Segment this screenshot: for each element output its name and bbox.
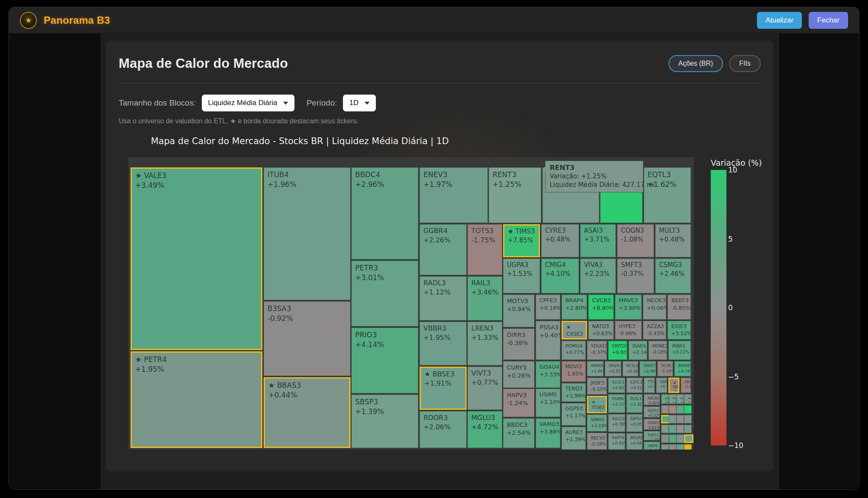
treemap-cell-egie3[interactable]: EGIE3+3.52% bbox=[668, 321, 691, 339]
treemap-cell-irbr3[interactable]: IRBR3+3.11% bbox=[668, 341, 691, 360]
treemap-cell-b3sa3[interactable]: B3SA3-0.92% bbox=[264, 301, 351, 376]
treemap-cell-yduq3[interactable]: YDUQ3-0.37% bbox=[587, 341, 607, 360]
treemap-cell[interactable] bbox=[676, 425, 684, 433]
treemap-cell-lwsa3[interactable]: LWSA3-1.44% bbox=[681, 378, 691, 393]
treemap-cell-unip6[interactable]: UNIP6+2.49% bbox=[644, 442, 660, 450]
treemap-cell-itub4[interactable]: ITUB4+1.96% bbox=[264, 167, 351, 300]
treemap-cell-bbdc3[interactable]: BBDC3+2.54% bbox=[503, 418, 534, 448]
treemap-cell-csmg3[interactable]: CSMG3+2.46% bbox=[655, 259, 691, 293]
treemap-cell[interactable] bbox=[684, 434, 693, 443]
treemap-cell-mrve3[interactable]: MRVE3+3.90% bbox=[615, 295, 642, 320]
treemap-cell-azza3[interactable]: AZZA3-0.43% bbox=[643, 321, 666, 339]
treemap-cell-hype3[interactable]: HYPE3-0.96% bbox=[615, 321, 642, 339]
treemap-cell-cxse3[interactable]: ★ CXSE3+0.38% bbox=[562, 321, 587, 339]
treemap-cell-motv3[interactable]: MOTV3+0.94% bbox=[503, 295, 534, 327]
treemap-cell-rdor3[interactable]: RDOR3+2.06% bbox=[420, 411, 467, 448]
treemap-cell-smto3[interactable]: SMTO3+9.80% bbox=[608, 341, 627, 360]
treemap-cell[interactable] bbox=[669, 434, 676, 443]
treemap-cell[interactable] bbox=[669, 425, 676, 433]
treemap-cell-lren3[interactable]: LREN3+1.33% bbox=[467, 322, 502, 365]
treemap-cell-enev3[interactable]: ENEV3+1.97% bbox=[420, 167, 488, 223]
treemap-cell-kepl3[interactable]: ★ KEPL3-1.37% bbox=[668, 378, 679, 393]
treemap-cell-cmig4[interactable]: CMIG4+4.10% bbox=[541, 259, 579, 293]
treemap-cell-grnd3[interactable]: GRND3-0.81% bbox=[644, 419, 660, 430]
treemap-cell-bbas3[interactable]: ★ BBAS3+0.44% bbox=[264, 377, 351, 448]
treemap-cell-radl3[interactable]: RADL3+1.12% bbox=[420, 276, 467, 320]
treemap-cell-rapt4[interactable]: RAPT4+0.93% bbox=[608, 433, 625, 450]
treemap-cell-tots3[interactable]: TOTS3-1.75% bbox=[467, 224, 502, 275]
treemap-cell-brsr6[interactable]: BRSR6+0.94% bbox=[626, 433, 643, 450]
treemap-cell-pomo4[interactable]: POMO4+0.77% bbox=[562, 341, 586, 360]
treemap-cell[interactable] bbox=[676, 415, 684, 423]
treemap-cell-bbdc4[interactable]: BBDC4+2.96% bbox=[351, 167, 418, 259]
treemap-cell[interactable] bbox=[684, 425, 692, 433]
treemap-cell-vamo3[interactable]: VAMO3+3.88% bbox=[536, 418, 560, 448]
treemap-cell-gmat3[interactable]: GMAT3+2.96% bbox=[640, 361, 656, 376]
treemap-cell-simh3[interactable]: SIMH3+2.19% bbox=[587, 415, 607, 431]
treemap-cell-seer3[interactable]: SEER3+0.32% bbox=[644, 406, 660, 417]
treemap-cell-brkm5[interactable]: BRKM5+4.74% bbox=[674, 361, 691, 376]
treemap-cell-ugpa3[interactable]: UGPA3+1.53% bbox=[503, 259, 540, 293]
treemap-cell-prio3[interactable]: PRIO3+4.14% bbox=[351, 328, 418, 393]
treemap-cell-ggbr4[interactable]: GGBR4+2.26% bbox=[420, 224, 467, 275]
treemap-cell-orvr3[interactable]: ORVR3+0.55% bbox=[605, 361, 621, 376]
treemap-cell-dirr3[interactable]: DIRR3-0.38% bbox=[503, 328, 534, 360]
treemap-cell-vbbr3[interactable]: VBBR3+1.95% bbox=[420, 322, 467, 365]
treemap-cell-rcsl4[interactable]: RCSL4+0.36% bbox=[623, 361, 638, 376]
treemap-cell-abcb4[interactable]: ABCB4-0.43% bbox=[644, 394, 660, 405]
treemap-cell-beef3[interactable]: BEEF3-0.85% bbox=[668, 295, 691, 320]
treemap-cell-petr3[interactable]: PETR3+3.01% bbox=[351, 261, 418, 326]
treemap-cell-mglu3[interactable]: MGLU3+4.72% bbox=[467, 411, 502, 448]
treemap-cell-slce3[interactable]: SLCE3+1.65% bbox=[608, 378, 625, 393]
refresh-button[interactable]: Atualizar bbox=[757, 12, 802, 29]
treemap-cell-aure3[interactable]: AURE3+1.39% bbox=[562, 427, 586, 450]
treemap-cell-hapv3[interactable]: HAPV3-1.24% bbox=[503, 389, 534, 417]
treemap-cell-recv3[interactable]: RECV3-0.18% bbox=[587, 433, 607, 450]
treemap-cell-pcar3[interactable]: PCAR3-1.10% bbox=[657, 361, 673, 376]
treemap-cell-cyre3[interactable]: CYRE3+0.48% bbox=[541, 224, 579, 257]
treemap-cell-neoe3[interactable]: NEOE3+0.06% bbox=[643, 295, 666, 320]
treemap-cell-brap4[interactable]: BRAP4+2.80% bbox=[562, 295, 587, 320]
treemap-cell-rail3[interactable]: RAIL3+3.46% bbox=[467, 276, 502, 320]
treemap-cell-itub3[interactable]: ★ ITUB3+1.58% bbox=[587, 396, 607, 413]
treemap-cell-asai3[interactable]: ASAI3+3.71% bbox=[580, 224, 616, 257]
treemap-cell-vale3[interactable]: ★ VALE3+3.49% bbox=[131, 167, 262, 350]
treemap-cell-anim3[interactable]: ANIM3+1.04% bbox=[587, 361, 604, 376]
treemap-cell-natu3[interactable]: NATU3+0.63% bbox=[588, 321, 614, 339]
period-select[interactable]: 1D bbox=[343, 95, 376, 111]
block-size-select[interactable]: Liquidez Média Diária bbox=[202, 95, 295, 111]
treemap-cell-cpfe3[interactable]: CPFE3+0.16% bbox=[536, 295, 560, 320]
treemap-cell-eqtl3[interactable]: EQTL3+1.62% bbox=[644, 167, 691, 223]
treemap-cell[interactable] bbox=[661, 425, 669, 433]
treemap-cell[interactable] bbox=[669, 415, 676, 423]
treemap-cell-mult3[interactable]: MULT3+0.48% bbox=[655, 224, 691, 257]
treemap-cell[interactable] bbox=[684, 444, 692, 450]
treemap-cell[interactable] bbox=[684, 415, 692, 423]
tab-acoes-br[interactable]: Ações (BR) bbox=[668, 55, 723, 72]
treemap-cell[interactable] bbox=[669, 444, 676, 450]
treemap-cell-hbsa3[interactable]: HBSA3+1.53% bbox=[684, 394, 692, 404]
treemap-cell-cogn3[interactable]: COGN3-1.08% bbox=[617, 224, 654, 257]
treemap-cell-dxco3[interactable]: DXCO3+2.66% bbox=[661, 394, 669, 404]
treemap-cell-tend3[interactable]: TEND3+1.99% bbox=[562, 383, 586, 402]
treemap-cell-sbsp3[interactable]: SBSP3+1.39% bbox=[351, 395, 418, 448]
treemap-cell-pgmn3[interactable]: PGMN3+2.12% bbox=[608, 394, 625, 413]
treemap-cell-bbse3[interactable]: ★ BBSE3+1.91% bbox=[420, 367, 467, 410]
treemap-cell-usim5[interactable]: USIM5+2.10% bbox=[536, 389, 560, 417]
treemap-cell-petr4[interactable]: ★ PETR4+1.95% bbox=[131, 351, 262, 448]
treemap-cell[interactable] bbox=[661, 434, 669, 443]
treemap-cell-mypk3[interactable]: MYPK3+1.94% bbox=[669, 394, 676, 404]
treemap-cell-sbfg3[interactable]: SBFG3+0.95% bbox=[626, 414, 643, 432]
treemap-cell[interactable] bbox=[669, 405, 676, 414]
treemap-cell-vivt3[interactable]: VIVT3+0.77% bbox=[467, 367, 502, 410]
treemap-cell-vulc3[interactable]: VULC3+0.78% bbox=[608, 414, 625, 432]
treemap-cell-jhsf3[interactable]: JHSF3-0.10% bbox=[587, 378, 607, 395]
treemap-cell[interactable] bbox=[676, 444, 684, 450]
treemap-cell-ifcm3[interactable]: IFCM3+1.32% bbox=[676, 394, 684, 404]
treemap-cell-cury3[interactable]: CURY3+0.26% bbox=[503, 361, 534, 388]
treemap-cell[interactable] bbox=[661, 444, 669, 450]
treemap-cell-odpv3[interactable]: ODPV3+0.76% bbox=[656, 378, 667, 393]
close-button[interactable]: Fechar bbox=[809, 12, 848, 29]
treemap-cell-rent3[interactable]: RENT3+1.25% bbox=[489, 167, 541, 223]
treemap-cell[interactable] bbox=[676, 434, 684, 443]
